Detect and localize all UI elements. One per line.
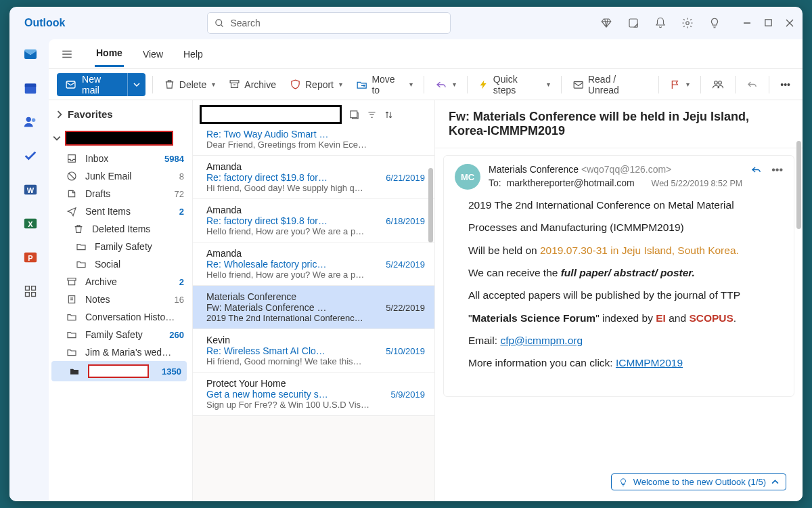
filter-icon[interactable]	[367, 110, 377, 120]
rail-excel[interactable]: X	[21, 214, 40, 233]
rail-people[interactable]	[21, 112, 40, 131]
favorites-header[interactable]: Favorites	[49, 106, 189, 123]
folder-item[interactable]: Sent Items2	[49, 203, 189, 220]
message-from: Protect Your Home	[206, 378, 425, 389]
message-preview: Hello friend, How are you? We are a p…	[206, 270, 425, 280]
folder-item[interactable]: Archive2	[49, 273, 189, 291]
folder-icon	[66, 329, 78, 340]
folder-item[interactable]: Notes16	[49, 291, 189, 308]
readunread-button[interactable]: Read / Unread	[568, 71, 652, 98]
tab-view[interactable]: View	[141, 42, 164, 66]
folder-item[interactable]: Deleted Items	[49, 220, 189, 238]
delete-label: Delete	[179, 79, 206, 90]
reply-button[interactable]: ▾	[431, 76, 460, 93]
app-brand: Outlook	[18, 17, 65, 29]
email-link[interactable]: cfp@icmmpm.org	[500, 335, 583, 346]
reply-icon[interactable]	[750, 164, 762, 175]
tips-icon[interactable]	[708, 17, 721, 29]
message-item[interactable]: AmandaRe: factory direct $19.8 for…6/18/…	[193, 199, 434, 242]
more-actions-icon[interactable]: •••	[771, 164, 783, 176]
folder-name: Jim & Maria's wed…	[85, 347, 171, 358]
shield-icon	[290, 79, 301, 90]
folder-item[interactable]: Inbox5984	[49, 150, 189, 167]
message-item[interactable]: Re: Two Way Audio Smart …Dear Friend, Gr…	[193, 129, 434, 156]
new-mail-dropdown[interactable]	[127, 73, 145, 96]
body-bold: full paper/ abstract/ poster.	[561, 267, 695, 278]
message-date: 5/24/2019	[386, 259, 425, 270]
select-all-icon[interactable]	[348, 109, 360, 121]
folder-name: Conversation Histo…	[85, 312, 175, 322]
folder-item[interactable]: Family Safety260	[49, 326, 189, 343]
moveto-button[interactable]: Move to▾	[352, 71, 417, 98]
message-item[interactable]: KevinRe: Wireless Smart AI Clo…5/10/2019…	[193, 329, 434, 373]
message-items[interactable]: Re: Two Way Audio Smart …Dear Friend, Gr…	[193, 129, 434, 501]
flag-button[interactable]: ▾	[666, 77, 694, 93]
more-info-link[interactable]: ICMMPM2019	[616, 357, 683, 368]
tab-home[interactable]: Home	[95, 41, 124, 67]
scrollbar-thumb[interactable]	[428, 168, 433, 242]
rail-todo[interactable]	[21, 146, 40, 165]
folder-item[interactable]: Conversation Histo…	[49, 308, 189, 326]
more-button[interactable]: •••	[776, 77, 794, 93]
scrollbar-thumb[interactable]	[796, 141, 801, 229]
welcome-tip[interactable]: Welcome to the new Outlook (1/5)	[611, 473, 786, 490]
tab-help[interactable]: Help	[182, 42, 204, 66]
body-text: and	[666, 312, 689, 324]
sender-avatar: MC	[455, 164, 480, 190]
tab-strip: Home View Help	[49, 39, 803, 69]
minimize-button[interactable]	[742, 18, 752, 28]
message-item[interactable]: Protect Your HomeGet a new home security…	[193, 373, 434, 416]
folder-item[interactable]: Social	[49, 255, 189, 273]
svg-rect-21	[31, 293, 35, 297]
message-preview: Hi friend, Good morning! We take this…	[206, 356, 425, 366]
maximize-button[interactable]	[764, 18, 773, 28]
folder-item[interactable]: Family Safety	[49, 238, 189, 255]
archive-button[interactable]: Archive	[225, 76, 280, 93]
quicksteps-button[interactable]: Quick steps▾	[474, 71, 554, 98]
folder-count: 1350	[162, 366, 181, 377]
rail-powerpoint[interactable]: P	[21, 248, 40, 267]
premium-icon[interactable]	[600, 17, 612, 29]
rail-calendar[interactable]	[21, 79, 40, 98]
notes-icon[interactable]	[627, 17, 639, 29]
folder-item[interactable]: Drafts72	[49, 185, 189, 203]
account-header[interactable]	[49, 127, 189, 150]
report-button[interactable]: Report▾	[286, 76, 346, 93]
message-date: Wed 5/22/2019 8:52 PM	[652, 179, 743, 188]
folder-item[interactable]: Junk Email8	[49, 167, 189, 185]
message-from: Amanda	[206, 248, 425, 259]
settings-icon[interactable]	[681, 17, 694, 29]
people-button[interactable]	[708, 76, 728, 93]
ribbon: New mail Delete▾ Archive Report▾ Move to…	[49, 69, 803, 100]
new-mail-button[interactable]: New mail	[57, 73, 145, 96]
message-from: Kevin	[206, 335, 425, 345]
sender-name: Materials Conference	[489, 164, 579, 175]
reading-subject: Fw: Materials Conference will be held in…	[435, 100, 803, 148]
folder-item[interactable]: 1350	[51, 361, 187, 381]
message-item[interactable]: Materials ConferenceFw: Materials Confer…	[193, 286, 434, 329]
sender-address: <wqo7qq@126.com>	[581, 164, 671, 175]
bulb-icon	[618, 478, 628, 487]
undo-button[interactable]	[742, 76, 762, 93]
folder-count: 16	[165, 295, 184, 305]
message-item[interactable]: AmandaRe: factory direct $19.8 for…6/21/…	[193, 156, 434, 199]
close-button[interactable]	[785, 18, 794, 28]
hamburger-icon[interactable]	[61, 48, 73, 60]
message-item[interactable]: AmandaRe: Wholesale factory pric…5/24/20…	[193, 242, 434, 286]
svg-rect-20	[25, 293, 29, 297]
body-red: SCOPUS	[689, 312, 733, 324]
folder-item[interactable]: Jim & Maria's wed…	[49, 343, 189, 361]
message-preview: Hello friend, How are you? We are a p…	[206, 226, 425, 236]
message-from: Amanda	[206, 205, 425, 215]
svg-rect-27	[574, 81, 583, 87]
search-input[interactable]: Search	[207, 12, 451, 34]
rail-mail[interactable]	[21, 45, 40, 64]
rail-more-apps[interactable]	[21, 282, 40, 301]
rail-word[interactable]: W	[21, 180, 40, 199]
svg-rect-5	[765, 20, 771, 26]
moveto-label: Move to	[371, 74, 404, 96]
sort-icon[interactable]	[384, 110, 394, 120]
bell-icon[interactable]	[654, 17, 667, 29]
delete-button[interactable]: Delete▾	[160, 76, 219, 93]
folder-name-redacted	[88, 364, 149, 378]
